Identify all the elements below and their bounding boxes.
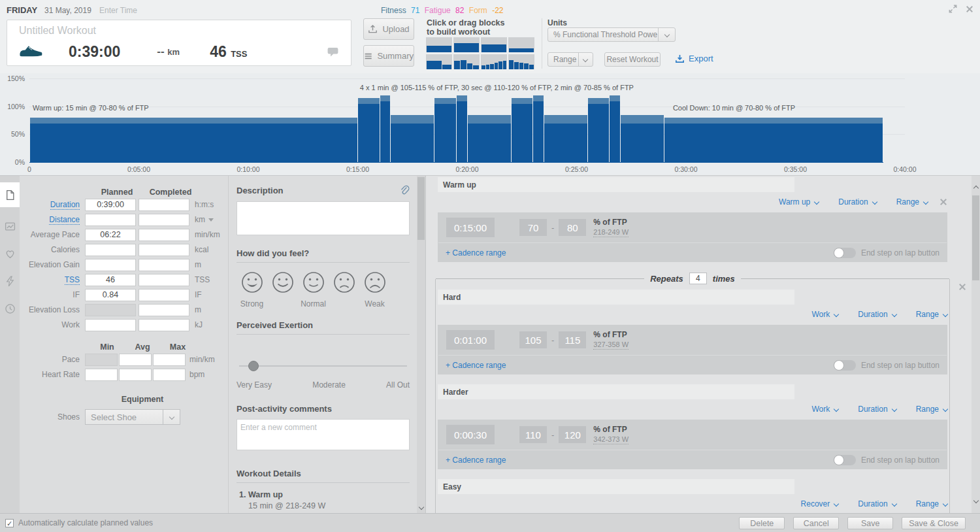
save-close-button[interactable]: Save & Close: [902, 517, 966, 529]
average-pace-completed-input[interactable]: [139, 229, 189, 241]
step-watts-value[interactable]: 218-249 W: [593, 228, 629, 237]
add-cadence-range-link[interactable]: + Cadence range: [446, 456, 506, 465]
scroll-down-icon[interactable]: [417, 503, 425, 512]
workout-title-input[interactable]: [18, 24, 214, 37]
tab-heart-rate[interactable]: [0, 241, 20, 266]
end-step-toggle[interactable]: [834, 360, 856, 371]
elevation-loss-completed-input[interactable]: [139, 304, 189, 316]
step-duration-input[interactable]: 0:00:30: [446, 425, 495, 444]
heart-rate-max-input[interactable]: [153, 369, 186, 381]
close-repeat-group-icon[interactable]: [958, 283, 966, 291]
tss-planned-input[interactable]: 46: [85, 274, 136, 286]
calories-planned-input[interactable]: [85, 244, 136, 256]
repeat-count-input[interactable]: 4: [689, 273, 707, 284]
tab-time[interactable]: [0, 296, 20, 321]
enter-time-link[interactable]: Enter Time: [99, 6, 137, 15]
middle-scrollbar[interactable]: [417, 176, 425, 513]
slider-knob[interactable]: [248, 361, 259, 371]
end-step-toggle[interactable]: [834, 455, 856, 465]
feel-option-normal[interactable]: Normal: [298, 271, 329, 308]
palette-block[interactable]: [508, 54, 534, 69]
step-min-value-input[interactable]: 105: [519, 331, 547, 348]
step-watts-value[interactable]: 342-373 W: [593, 435, 629, 444]
step-duration-input[interactable]: 0:15:00: [446, 218, 495, 237]
checkbox-checked[interactable]: ✓: [5, 519, 14, 527]
metric-label-duration[interactable]: Duration: [20, 200, 85, 209]
comments-textarea[interactable]: [237, 419, 410, 450]
distance-planned-input[interactable]: [85, 214, 136, 226]
work-planned-input[interactable]: [85, 319, 136, 331]
scrollbar-thumb[interactable]: [972, 195, 979, 280]
right-scrollbar[interactable]: [972, 176, 980, 513]
feel-option-strong[interactable]: Strong: [237, 271, 267, 308]
scroll-down-icon[interactable]: [972, 496, 980, 505]
save-button[interactable]: Save: [847, 517, 893, 529]
paperclip-icon[interactable]: [399, 185, 410, 196]
step-type-dropdown[interactable]: Work: [811, 405, 838, 414]
reset-workout-button[interactable]: Reset Workout: [604, 52, 661, 67]
palette-block[interactable]: [453, 37, 480, 52]
step-max-value-input[interactable]: 115: [559, 331, 586, 348]
palette-block[interactable]: [426, 54, 452, 69]
palette-block[interactable]: [453, 54, 480, 69]
feel-option-weak[interactable]: Weak: [359, 271, 390, 308]
step-type-dropdown[interactable]: Work: [811, 310, 838, 319]
distance-completed-input[interactable]: [139, 214, 189, 226]
comment-bubble-icon[interactable]: [327, 46, 339, 58]
exertion-slider[interactable]: [237, 361, 410, 371]
palette-block[interactable]: [508, 37, 534, 52]
step-min-value-input[interactable]: 70: [519, 219, 547, 236]
step-watts-value[interactable]: 327-358 W: [593, 341, 629, 350]
expand-icon[interactable]: [948, 4, 958, 14]
tab-details[interactable]: [0, 182, 20, 207]
step-title-input[interactable]: Harder: [438, 384, 794, 399]
cancel-button[interactable]: Cancel: [793, 517, 839, 529]
if-planned-input[interactable]: 0.84: [85, 289, 136, 301]
step-duration-input[interactable]: 0:01:00: [446, 330, 495, 350]
step-duration-type-dropdown[interactable]: Duration: [858, 405, 896, 414]
shoe-select[interactable]: Select Shoe: [85, 409, 180, 425]
step-title-input[interactable]: Easy: [438, 479, 794, 494]
scroll-up-icon[interactable]: [972, 184, 980, 193]
upload-button[interactable]: Upload: [363, 18, 414, 40]
feel-option-poor[interactable]: [329, 271, 359, 308]
step-range-type-dropdown[interactable]: Range: [916, 499, 947, 508]
heart-rate-min-input[interactable]: [85, 369, 118, 381]
step-type-dropdown[interactable]: Warm up: [779, 197, 819, 207]
pace-max-input[interactable]: [153, 354, 186, 366]
add-cadence-range-link[interactable]: + Cadence range: [446, 361, 506, 370]
close-window-icon[interactable]: [966, 5, 973, 13]
tab-power[interactable]: [0, 269, 20, 293]
tab-charts[interactable]: [0, 214, 20, 239]
step-duration-type-dropdown[interactable]: Duration: [858, 310, 896, 319]
unit-dropdown-icon[interactable]: [208, 218, 214, 222]
range-select[interactable]: Range: [547, 52, 593, 67]
step-max-value-input[interactable]: 120: [559, 426, 586, 443]
palette-block[interactable]: [426, 37, 452, 52]
palette-block[interactable]: [481, 37, 507, 52]
calories-completed-input[interactable]: [139, 244, 189, 256]
units-select[interactable]: % Functional Threshold Powe: [547, 27, 676, 42]
step-range-type-dropdown[interactable]: Range: [916, 405, 947, 414]
step-type-dropdown[interactable]: Recover: [801, 499, 839, 508]
step-range-type-dropdown[interactable]: Range: [916, 310, 947, 319]
work-completed-input[interactable]: [139, 319, 189, 331]
average-pace-planned-input[interactable]: 06:22: [85, 229, 136, 241]
step-max-value-input[interactable]: 80: [559, 219, 586, 236]
step-range-type-dropdown[interactable]: Range: [896, 197, 928, 207]
step-title-input[interactable]: Hard: [438, 290, 794, 305]
feel-option-good[interactable]: [267, 271, 298, 308]
pace-avg-input[interactable]: [119, 354, 152, 366]
elevation-gain-completed-input[interactable]: [139, 259, 189, 271]
tss-completed-input[interactable]: [139, 274, 189, 286]
metric-label-tss[interactable]: TSS: [20, 275, 85, 284]
add-cadence-range-link[interactable]: + Cadence range: [446, 248, 506, 258]
scrollbar-thumb[interactable]: [417, 177, 425, 240]
metric-label-distance[interactable]: Distance: [20, 215, 85, 224]
close-step-icon[interactable]: [939, 198, 947, 206]
auto-calc-checkbox-row[interactable]: ✓ Automatically calculate planned values: [5, 518, 153, 527]
elevation-gain-planned-input[interactable]: [85, 259, 136, 271]
duration-planned-input[interactable]: 0:39:00: [85, 199, 136, 211]
summary-button[interactable]: Summary: [363, 45, 414, 67]
step-duration-type-dropdown[interactable]: Duration: [838, 197, 876, 207]
